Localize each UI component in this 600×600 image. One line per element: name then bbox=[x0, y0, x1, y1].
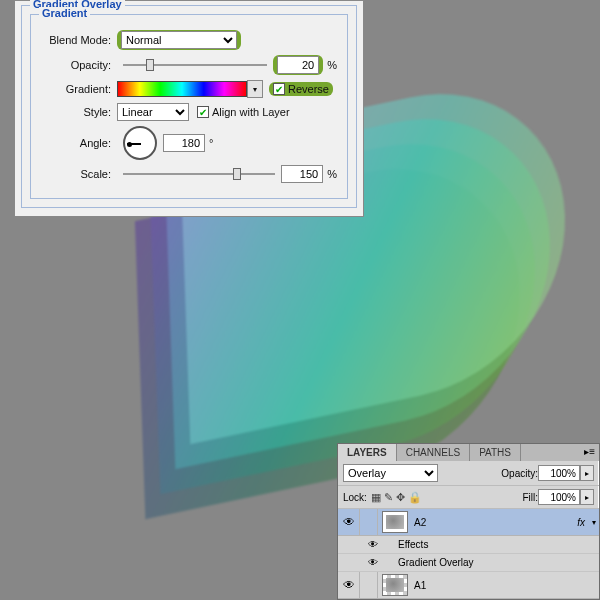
angle-dial[interactable] bbox=[123, 126, 157, 160]
angle-unit: ° bbox=[209, 137, 213, 149]
scale-slider[interactable] bbox=[123, 173, 275, 175]
panel-tabs: LAYERS CHANNELS PATHS ▸≡ bbox=[338, 444, 599, 461]
tab-channels[interactable]: CHANNELS bbox=[397, 444, 470, 461]
effect-gradient-overlay-row[interactable]: 👁 Gradient Overlay bbox=[338, 554, 599, 572]
lock-transparent-icon[interactable]: ▦ bbox=[371, 491, 381, 504]
layer-list: 👁 A2 fx ▾ 👁 Effects 👁 Gradient Overlay 👁… bbox=[338, 509, 599, 599]
reverse-label: Reverse bbox=[288, 83, 329, 95]
fill-flyout[interactable]: ▸ bbox=[580, 489, 594, 505]
layer-opacity-flyout[interactable]: ▸ bbox=[580, 465, 594, 481]
fill-input[interactable] bbox=[538, 489, 580, 505]
section-title: Gradient bbox=[39, 7, 90, 19]
tab-paths[interactable]: PATHS bbox=[470, 444, 521, 461]
layers-panel: LAYERS CHANNELS PATHS ▸≡ Overlay Opacity… bbox=[337, 443, 600, 600]
fx-badge[interactable]: fx bbox=[577, 517, 589, 528]
effects-row[interactable]: 👁 Effects bbox=[338, 536, 599, 554]
gradient-label: Gradient: bbox=[41, 83, 111, 95]
scale-unit: % bbox=[327, 168, 337, 180]
layer-blend-mode-select[interactable]: Overlay bbox=[343, 464, 438, 482]
opacity-label: Opacity: bbox=[41, 59, 111, 71]
fill-label: Fill: bbox=[522, 492, 538, 503]
lock-all-icon[interactable]: 🔒 bbox=[408, 491, 422, 504]
lock-label: Lock: bbox=[343, 492, 367, 503]
lock-position-icon[interactable]: ✥ bbox=[396, 491, 405, 504]
layer-opacity-label: Opacity: bbox=[501, 468, 538, 479]
opacity-input[interactable] bbox=[277, 56, 319, 74]
opacity-slider[interactable] bbox=[123, 64, 267, 66]
blend-mode-select[interactable]: Normal bbox=[121, 31, 237, 49]
layer-row-a2[interactable]: 👁 A2 fx ▾ bbox=[338, 509, 599, 536]
gradient-swatch[interactable] bbox=[117, 81, 247, 97]
layer-thumbnail[interactable] bbox=[382, 511, 408, 533]
layer-thumbnail[interactable] bbox=[382, 574, 408, 596]
layer-opacity-input[interactable] bbox=[538, 465, 580, 481]
angle-input[interactable] bbox=[163, 134, 205, 152]
layer-row-a1[interactable]: 👁 A1 bbox=[338, 572, 599, 599]
visibility-icon[interactable]: 👁 bbox=[338, 509, 360, 535]
align-label: Align with Layer bbox=[212, 106, 290, 118]
panel-menu-icon[interactable]: ▸≡ bbox=[580, 444, 599, 461]
angle-label: Angle: bbox=[41, 137, 111, 149]
layer-name: A2 bbox=[412, 517, 577, 528]
lock-pixels-icon[interactable]: ✎ bbox=[384, 491, 393, 504]
style-select[interactable]: Linear bbox=[117, 103, 189, 121]
align-checkbox[interactable]: ✔ bbox=[197, 106, 209, 118]
gradient-overlay-dialog: Gradient Overlay Gradient Blend Mode: No… bbox=[14, 0, 364, 217]
scale-label: Scale: bbox=[41, 168, 111, 180]
scale-input[interactable] bbox=[281, 165, 323, 183]
gradient-dropdown-button[interactable]: ▾ bbox=[247, 80, 263, 98]
fx-collapse-icon[interactable]: ▾ bbox=[589, 518, 599, 527]
reverse-checkbox[interactable]: ✔ bbox=[273, 83, 285, 95]
layer-name: A1 bbox=[412, 580, 599, 591]
opacity-unit: % bbox=[327, 59, 337, 71]
visibility-icon[interactable]: 👁 bbox=[338, 572, 360, 598]
blend-mode-label: Blend Mode: bbox=[41, 34, 111, 46]
style-label: Style: bbox=[41, 106, 111, 118]
tab-layers[interactable]: LAYERS bbox=[338, 444, 397, 461]
